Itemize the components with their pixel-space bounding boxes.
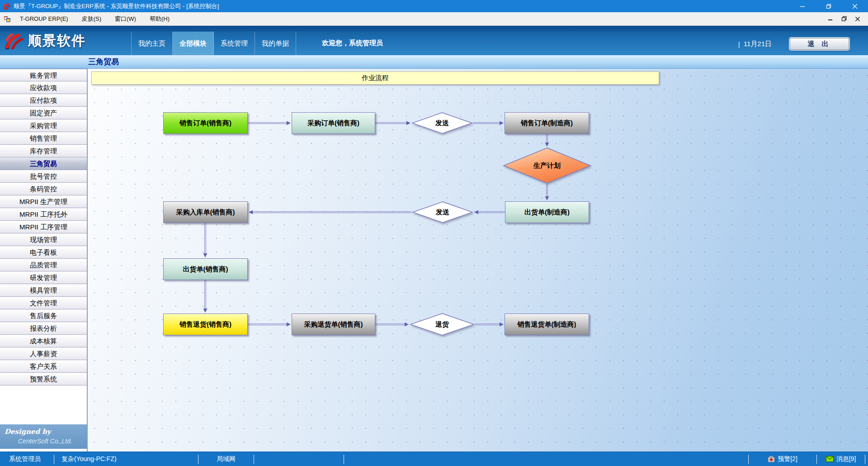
window-controls xyxy=(789,0,868,12)
tab-my-homepage[interactable]: 我的主页 xyxy=(132,32,173,55)
welcome-text: 欢迎您，系统管理员 xyxy=(322,39,383,48)
status-edge xyxy=(865,452,868,466)
status-alerts[interactable]: 预警[2] xyxy=(749,452,816,466)
minimize-button[interactable] xyxy=(789,0,816,12)
sidebar-item-21[interactable]: 成本核算 xyxy=(0,335,87,347)
sidebar-item-7[interactable]: 三角贸易 xyxy=(0,157,87,170)
body: 账务管理应收款项应付款项固定资产采购管理销售管理库存管理三角贸易批号管控条码管控… xyxy=(0,69,868,452)
status-alerts-label: 预警[2] xyxy=(778,455,797,463)
window-title: 顺景『T-GROUP』制造业ERP系统 - 东莞顺景软件科技有限公司 - [系统… xyxy=(14,2,219,10)
flow-node-sales-order-seller[interactable]: 销售订单(销售商) xyxy=(163,112,248,134)
sidebar-item-17[interactable]: 模具管理 xyxy=(0,284,87,297)
brand-logo: 顺景软件 xyxy=(5,31,86,50)
menu-tgroup-erp[interactable]: T-GROUP ERP(E) xyxy=(14,14,74,24)
header-tabs: 我的主页 全部模块 系统管理 我的单据 xyxy=(131,32,296,55)
sidebar-item-18[interactable]: 文件管理 xyxy=(0,297,87,309)
status-station: 复杂(Young-PC:FZ) xyxy=(54,452,198,466)
flow-node-shipment-seller[interactable]: 出货单(销售商) xyxy=(163,258,248,280)
subheader: 三角贸易 xyxy=(0,55,868,69)
sidebar-item-13[interactable]: 现场管理 xyxy=(0,233,87,246)
sidebar-item-0[interactable]: 账务管理 xyxy=(0,69,87,81)
company-text: CenterSoft Co.,Ltd. xyxy=(18,437,72,445)
flow-node-sales-order-maker[interactable]: 销售订单(制造商) xyxy=(505,112,589,134)
sidebar-menu: 账务管理应收款项应付款项固定资产采购管理销售管理库存管理三角贸易批号管控条码管控… xyxy=(0,69,87,385)
sidebar-item-24[interactable]: 预警系统 xyxy=(0,373,87,385)
sidebar: 账务管理应收款项应付款项固定资产采购管理销售管理库存管理三角贸易批号管控条码管控… xyxy=(0,69,88,452)
alert-kit-icon xyxy=(768,456,775,462)
menu-help[interactable]: 帮助(H) xyxy=(144,13,175,25)
status-network: 局域网 xyxy=(198,452,254,466)
date-text: 11月21日 xyxy=(744,40,772,48)
flow-decision-send-2[interactable]: 发送 xyxy=(412,201,473,223)
sidebar-item-1[interactable]: 应收款项 xyxy=(0,81,87,94)
app-logo-icon xyxy=(3,2,11,10)
sidebar-item-20[interactable]: 报表分析 xyxy=(0,322,87,335)
status-empty-segment xyxy=(344,452,748,466)
close-button[interactable] xyxy=(842,0,868,12)
status-user-label: 系统管理员 xyxy=(9,455,41,463)
workflow-canvas: 作业流程 销售订单(销售商) 采购订单(销售商) 发送 销售订单(制造商) 生产… xyxy=(88,69,868,452)
sidebar-item-16[interactable]: 研发管理 xyxy=(0,271,87,284)
message-envelope-icon xyxy=(826,456,834,462)
flow-node-purchase-return-seller[interactable]: 采购退货单(销售商) xyxy=(292,314,375,335)
sidebar-item-3[interactable]: 固定资产 xyxy=(0,107,87,119)
sidebar-item-15[interactable]: 品质管理 xyxy=(0,259,87,271)
status-user: 系统管理员 xyxy=(0,452,54,466)
flow-decision-production-plan-label: 生产计划 xyxy=(533,162,561,170)
sidebar-item-14[interactable]: 电子看板 xyxy=(0,246,87,259)
menubar: T-GROUP ERP(E) 皮肤(S) 窗口(W) 帮助(H) xyxy=(0,12,868,26)
menu-skin[interactable]: 皮肤(S) xyxy=(76,13,107,25)
flow-node-purchase-receipt-seller[interactable]: 采购入库单(销售商) xyxy=(163,201,248,223)
status-empty-segment xyxy=(254,452,344,466)
sidebar-item-10[interactable]: MRPII 生产管理 xyxy=(0,195,87,208)
brand-swoosh-icon xyxy=(5,31,24,50)
sidebar-item-23[interactable]: 客户关系 xyxy=(0,360,87,373)
flow-node-sales-return-seller[interactable]: 销售退货(销售商) xyxy=(163,314,248,335)
menu-window[interactable]: 窗口(W) xyxy=(109,13,142,25)
flow-decision-production-plan[interactable]: 生产计划 xyxy=(503,147,591,184)
mdi-close-button[interactable] xyxy=(851,14,864,24)
flow-node-sales-return-maker[interactable]: 销售退货单(制造商) xyxy=(505,314,589,335)
mdi-window-controls xyxy=(824,14,864,24)
flow-decision-send-1[interactable]: 发送 xyxy=(411,112,473,134)
sidebar-item-9[interactable]: 条码管控 xyxy=(0,183,87,195)
status-network-label: 局域网 xyxy=(217,455,236,463)
tab-system-management[interactable]: 系统管理 xyxy=(214,32,255,55)
statusbar: 系统管理员 复杂(Young-PC:FZ) 局域网 预警[2] 消息 xyxy=(0,452,868,466)
header: 顺景软件 我的主页 全部模块 系统管理 我的单据 欢迎您，系统管理员 | 11月… xyxy=(0,26,868,55)
designed-by-panel: Designed by CenterSoft Co.,Ltd. xyxy=(0,424,87,449)
header-right: | 11月21日 退 出 xyxy=(738,38,849,50)
tab-all-modules[interactable]: 全部模块 xyxy=(173,32,214,55)
flow-decision-return-label: 退货 xyxy=(435,320,449,329)
designed-by-text: Designed by xyxy=(5,428,51,436)
status-station-label: 复杂(Young-PC:FZ) xyxy=(61,455,117,463)
flow-node-purchase-order-seller[interactable]: 采购订单(销售商) xyxy=(292,112,375,134)
titlebar: 顺景『T-GROUP』制造业ERP系统 - 东莞顺景软件科技有限公司 - [系统… xyxy=(0,0,868,12)
status-messages[interactable]: 消息[9] xyxy=(817,452,865,466)
date-divider: | xyxy=(738,40,740,48)
sidebar-item-4[interactable]: 采购管理 xyxy=(0,119,87,132)
sidebar-item-11[interactable]: MRPII 工序托外 xyxy=(0,208,87,221)
sidebar-item-8[interactable]: 批号管控 xyxy=(0,170,87,183)
sidebar-item-5[interactable]: 销售管理 xyxy=(0,132,87,145)
mdi-minimize-button[interactable] xyxy=(824,14,837,24)
mdi-child-icon xyxy=(4,15,11,23)
sidebar-item-19[interactable]: 售后服务 xyxy=(0,309,87,322)
page-title: 三角贸易 xyxy=(88,57,119,67)
flow-decision-return[interactable]: 退货 xyxy=(410,313,475,336)
tab-my-documents[interactable]: 我的单据 xyxy=(255,32,296,55)
restore-button[interactable] xyxy=(816,0,842,12)
sidebar-item-6[interactable]: 库存管理 xyxy=(0,145,87,157)
exit-button[interactable]: 退 出 xyxy=(790,38,849,50)
flow-decision-send-2-label: 发送 xyxy=(436,208,449,217)
flow-decision-send-1-label: 发送 xyxy=(435,119,449,128)
flow-node-shipment-maker[interactable]: 出货单(制造商) xyxy=(505,201,589,223)
sidebar-item-2[interactable]: 应付款项 xyxy=(0,94,87,107)
sidebar-item-22[interactable]: 人事薪资 xyxy=(0,347,87,360)
brand-name: 顺景软件 xyxy=(28,32,86,50)
status-messages-label: 消息[9] xyxy=(836,455,856,463)
mdi-restore-button[interactable] xyxy=(837,14,851,24)
sidebar-item-12[interactable]: MRPII 工序管理 xyxy=(0,221,87,233)
